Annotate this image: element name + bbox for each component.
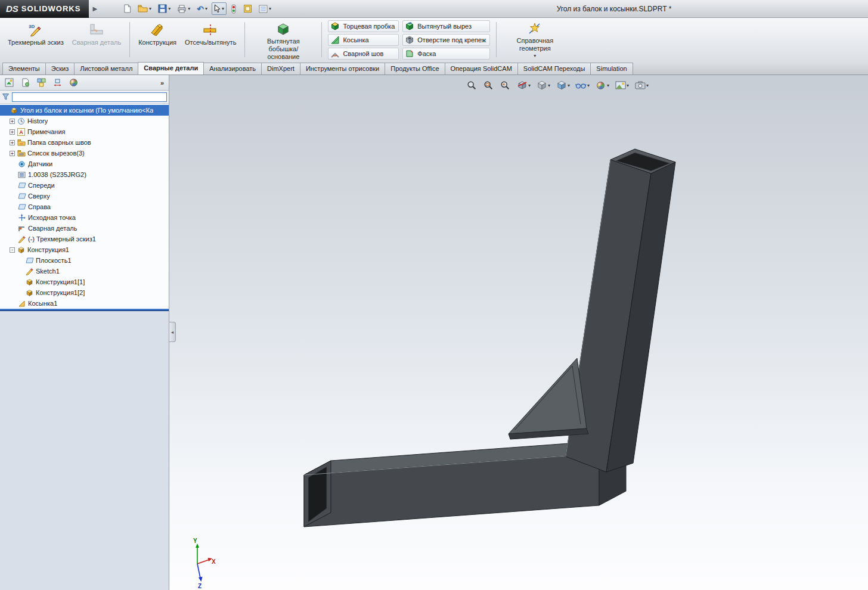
model-3d-view[interactable]: Y X Z [169, 75, 868, 590]
task-pane-dropdown-icon[interactable]: ▾ [269, 6, 271, 11]
tree-item[interactable]: Плоскость1 [0, 255, 169, 266]
chamfer-button[interactable]: Фаска [402, 48, 490, 60]
edit-appearance-dropdown-icon[interactable]: ▾ [607, 83, 609, 88]
gusset-plate[interactable] [509, 358, 588, 439]
print-dropdown-icon[interactable]: ▾ [188, 6, 190, 11]
tree-item[interactable]: Конструкция1[1] [0, 277, 169, 287]
tree-item[interactable]: Косынка1 [0, 298, 169, 309]
undo-icon: ↶ [197, 5, 204, 13]
panel-collapse-handle[interactable]: ◄ [169, 322, 176, 342]
select-button[interactable]: ▾ [212, 2, 227, 15]
command-tab[interactable]: Эскиз [45, 63, 75, 74]
options-button[interactable] [241, 2, 255, 15]
view-orientation-button[interactable]: ▾ [535, 79, 551, 91]
zoom-to-fit-button[interactable] [465, 79, 479, 91]
tree-item[interactable]: Конструкция1[2] [0, 287, 169, 298]
tree-item[interactable]: +Папка сварных швов [0, 137, 169, 148]
display-style-button[interactable]: ▾ [554, 79, 571, 91]
section-view-dropdown-icon[interactable]: ▾ [528, 83, 531, 88]
tree-filter-input[interactable] [12, 92, 167, 102]
zoom-to-area-button[interactable] [482, 79, 495, 91]
command-tab[interactable]: Продукты Office [385, 63, 445, 74]
tree-expander-icon[interactable]: + [10, 129, 15, 135]
button-label: Трехмерный эскиз [8, 39, 64, 46]
undo-button[interactable]: ↶▾ [194, 3, 210, 15]
display-style-dropdown-icon[interactable]: ▾ [568, 83, 570, 88]
ribbon-group: Торцевая пробкаКосынкаСварной шовВытянут… [324, 19, 494, 60]
task-pane-button[interactable]: ▾ [256, 3, 274, 15]
configurationmanager-tab-button[interactable] [35, 77, 47, 89]
gusset-face[interactable] [509, 358, 587, 434]
command-tab[interactable]: Simulation [590, 63, 633, 74]
extruded-cut-button[interactable]: Вытянутый вырез [402, 20, 490, 32]
graphics-viewport[interactable]: Y X Z ▾▾▾▾▾▾▾ ◄ [169, 75, 868, 590]
print-button[interactable]: ▾ [175, 3, 193, 15]
command-tab[interactable]: Элементы [2, 63, 46, 74]
view-orientation-dropdown-icon[interactable]: ▾ [548, 83, 550, 88]
command-tab[interactable]: DimXpert [261, 63, 300, 74]
tree-item[interactable]: Сварная деталь [0, 223, 169, 234]
hide-show-items-button[interactable]: ▾ [574, 79, 591, 91]
tree-expander-icon[interactable]: + [10, 119, 15, 124]
tree-item[interactable]: Исходная точка [0, 212, 169, 223]
dimxpertmanager-tab-button[interactable] [51, 77, 63, 89]
select-dropdown-icon[interactable]: ▾ [222, 6, 224, 11]
previous-view-button[interactable] [498, 79, 512, 91]
sketch3d-button[interactable]: 3DТрехмерный эскиз [4, 19, 68, 60]
save-button[interactable]: ▾ [156, 2, 173, 15]
tree-filter-row [0, 91, 169, 104]
view-settings-button[interactable]: ▾ [633, 79, 650, 91]
command-tab[interactable]: Операция SolidCAM [445, 63, 518, 74]
tree-item[interactable]: 1.0038 (S235JRG2) [0, 169, 169, 180]
tree-expander-icon[interactable]: + [10, 151, 15, 156]
command-tab[interactable]: Анализировать [203, 63, 262, 74]
tree-item[interactable]: Датчики [0, 159, 169, 169]
propertymanager-tab-button[interactable] [19, 77, 31, 89]
trim-extend-button[interactable]: Отсечь/вытянуть [181, 19, 240, 60]
command-tab[interactable]: SolidCAM Переходы [517, 63, 591, 74]
undo-dropdown-icon[interactable]: ▾ [205, 6, 207, 11]
displaymanager-tab-button[interactable] [67, 77, 79, 89]
tree-expander-icon[interactable]: - [10, 247, 15, 253]
edit-appearance-button[interactable]: ▾ [594, 79, 610, 91]
button-label: Справочная геометрия [505, 37, 565, 52]
hide-show-items-dropdown-icon[interactable]: ▾ [587, 83, 590, 88]
tree-expander-icon[interactable]: + [10, 140, 15, 145]
gusset-button[interactable]: Косынка [328, 34, 399, 46]
open-button[interactable]: ▾ [135, 3, 154, 14]
weld-bead-button[interactable]: Сварной шов [328, 48, 399, 60]
structural-member-button[interactable]: Конструкция [134, 19, 181, 60]
featuremanager-tab-button[interactable] [3, 77, 15, 89]
section-view-button[interactable]: ▾ [515, 79, 532, 91]
tree-item[interactable]: Сверху [0, 191, 169, 201]
tree-item[interactable]: (-) Трехмерный эскиз1 [0, 234, 169, 244]
tree-item[interactable]: Спереди [0, 180, 169, 191]
apply-scene-dropdown-icon[interactable]: ▾ [627, 83, 629, 88]
tree-item[interactable]: Угол из балок и косынки (По умолчанию<Ка [0, 105, 169, 116]
tree-item[interactable]: +AПримечания [0, 126, 169, 137]
save-dropdown-icon[interactable]: ▾ [168, 6, 170, 11]
tree-item[interactable]: +Список вырезов(3) [0, 148, 169, 159]
reference-geometry-button[interactable]: Справочная геометрия▾ [501, 19, 569, 60]
command-tab[interactable]: Сварные детали [138, 62, 204, 74]
end-cap-button[interactable]: Торцевая пробка [328, 20, 399, 32]
open-dropdown-icon[interactable]: ▾ [149, 6, 151, 11]
new-document-button[interactable] [121, 2, 134, 15]
reference-geometry-dropdown-icon[interactable]: ▾ [534, 53, 536, 58]
ribbon-group-separator [321, 22, 322, 57]
panel-overflow-button[interactable]: » [160, 79, 166, 86]
extrude-boss-button[interactable]: Вытянутая бобышка/основание [249, 19, 317, 60]
view-settings-dropdown-icon[interactable]: ▾ [646, 83, 649, 88]
tree-item[interactable]: Справа [0, 201, 169, 212]
menu-expand-icon[interactable]: ▶ [92, 5, 97, 12]
previous-view-icon [500, 80, 511, 91]
tree-item[interactable]: +History [0, 116, 169, 126]
tree-item[interactable]: Sketch1 [0, 266, 169, 277]
rebuild-button[interactable] [228, 2, 239, 15]
hole-wizard-button[interactable]: Отверстие под крепеж [402, 34, 490, 46]
command-tab[interactable]: Инструменты отрисовки [300, 63, 385, 74]
command-tab[interactable]: Листовой металл [74, 63, 138, 74]
apply-scene-button[interactable]: ▾ [613, 79, 630, 91]
tree-item[interactable]: -Конструкция1 [0, 244, 169, 255]
ribbon-group-separator [496, 22, 497, 57]
